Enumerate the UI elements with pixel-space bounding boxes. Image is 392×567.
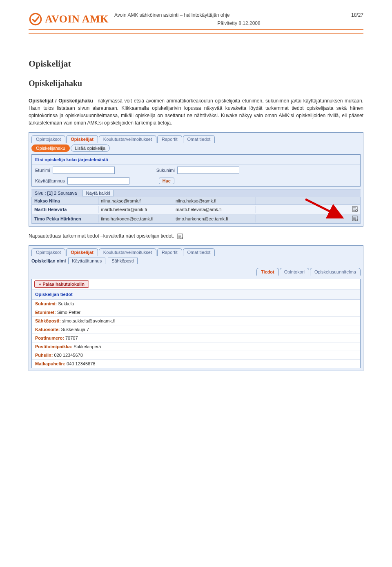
field-matkapuhelin: Matkapuhelin: 040 12345678 [32, 360, 360, 368]
document-header: AVOIN AMK Avoin AMK sähköinen asiointi –… [29, 12, 363, 30]
field-sahkoposti: Sähköposti: simo.sukkela@avoinamk.fi [32, 317, 360, 325]
body-paragraph-1: Opiskelijat / Opiskeiljahaku –näkymässä … [29, 97, 363, 127]
detail-title: Opiskelijan tiedot [32, 289, 360, 300]
screenshot-search: Opintojaksot Opiskelijat Koulutustarveil… [29, 132, 363, 227]
pager-show-all[interactable]: Näytä kaikki [82, 190, 114, 196]
detail-panel: « Palaa hakutuloksiin Opiskelijan tiedot… [31, 279, 361, 368]
field-postitoimipaikka: Postitoimipaikka: Sukkelanperä [32, 342, 360, 351]
tab-koulutustarve[interactable]: Koulutustarveilmoitukset [99, 248, 156, 256]
field-etunimet: Etunimet: Simo Petteri [32, 308, 360, 316]
result-email-1: timo.harkonen@ee.tamk.fi [98, 215, 173, 222]
svg-point-0 [30, 13, 41, 24]
search-box: Etsi opiskelija koko järjestelmästä Etun… [31, 154, 361, 187]
toolbar-kayttajatunnus[interactable]: Käyttäjätunnus [68, 258, 105, 264]
toolbar-label: Opiskelijan nimi [31, 258, 66, 263]
pager: Sivu : [1] 2 Seuraava Näytä kaikki [31, 189, 361, 197]
logo: AVOIN AMK [29, 12, 109, 26]
hae-button[interactable]: Hae [159, 178, 174, 184]
tab-opiskelijat[interactable]: Opiskelijat [66, 248, 98, 256]
back-button[interactable]: « Palaa hakutuloksiin [34, 280, 89, 288]
result-name: Timo Pekka Härkönen [32, 215, 98, 222]
label-etunimi: Etunimi [35, 168, 50, 173]
logo-icon [29, 12, 42, 26]
result-email-1: niina.hakso@ramk.fi [98, 197, 173, 205]
result-name: Hakso Niina [32, 197, 98, 205]
result-email-2: niina.hakso@ramk.fi [173, 197, 256, 205]
page-number: 18/27 [351, 12, 363, 18]
para-bold-lead: Opiskelijat / Opiskeiljahaku [29, 98, 93, 104]
pager-next[interactable]: Seuraava [58, 191, 77, 196]
sub-tabs: Opiskelijahaku Lisää opiskelija [29, 143, 363, 154]
tab-omat-tiedot[interactable]: Omat tiedot [183, 248, 215, 256]
detail-toolbar: Opiskelijan nimi Käyttäjätunnus Sähköpos… [29, 256, 363, 266]
label-kayttajatunnus: Käyttäjätunnus [35, 178, 65, 183]
subtab-opiskelijahaku[interactable]: Opiskelijahaku [31, 145, 70, 152]
pager-page-2[interactable]: 2 [54, 191, 56, 196]
red-arrow-annotation [303, 197, 352, 226]
doc-date: Päivitetty 8.12.2008 [114, 20, 363, 26]
detail-tabs: Tiedot Opintokori Opiskelusuunnitelma [29, 266, 363, 277]
result-email-2: martti.helevirta@amk.fi [173, 206, 256, 213]
doc-title: Avoin AMK sähköinen asiointi – hallintok… [114, 12, 230, 18]
tab-tiedot[interactable]: Tiedot [256, 268, 279, 276]
svg-line-1 [305, 199, 342, 218]
field-postinumero: Postinumero: 70707 [32, 334, 360, 342]
result-email-2: timo.harkonen@ee.tamk.fi [173, 215, 256, 222]
field-puhelin: Puhelin: 020 12345678 [32, 351, 360, 359]
main-tabs: Opintojaksot Opiskelijat Koulutustarveil… [29, 133, 363, 143]
body-paragraph-2: Napsautettuasi tarkemmat tiedot –kuvaket… [29, 232, 363, 240]
label-sukunimi: Sukunimi [156, 168, 175, 173]
details-icon-inline [177, 233, 183, 239]
tab-koulutustarve[interactable]: Koulutustarveilmoitukset [99, 135, 156, 143]
input-sukunimi[interactable] [177, 167, 239, 174]
tab-opintojaksot[interactable]: Opintojaksot [31, 248, 65, 256]
toolbar-sahkoposti[interactable]: Sähköposti [108, 258, 137, 264]
pager-current: [1] [47, 191, 53, 196]
header-divider [29, 33, 363, 34]
screenshot-detail: Opintojaksot Opiskelijat Koulutustarveil… [29, 245, 363, 371]
tab-opintojaksot[interactable]: Opintojaksot [31, 135, 65, 143]
input-kayttajatunnus[interactable] [67, 177, 129, 185]
pager-prefix: Sivu : [35, 191, 46, 196]
subtab-lisaa-opiskelija[interactable]: Lisää opiskelija [71, 145, 110, 152]
result-name: Martti Helevirta [32, 206, 98, 213]
tab-opintokori[interactable]: Opintokori [280, 268, 309, 276]
input-etunimi[interactable] [53, 167, 115, 174]
logo-text: AVOIN AMK [45, 13, 109, 25]
main-tabs-2: Opintojaksot Opiskelijat Koulutustarveil… [29, 246, 363, 256]
field-sukunimi: Sukunimi: Sukkela [32, 300, 360, 308]
search-title: Etsi opiskelija koko järjestelmästä [32, 155, 360, 165]
result-email-1: martti.helevirta@amk.fi [98, 206, 173, 213]
tab-opiskelijat[interactable]: Opiskelijat [66, 135, 98, 143]
subsection-title: Opiskelijahaku [29, 79, 363, 88]
results-table: Hakso Niina niina.hakso@ramk.fi niina.ha… [31, 197, 361, 224]
tab-raportit[interactable]: Raportit [157, 248, 182, 256]
tab-opiskelusuunnitelma[interactable]: Opiskelusuunnitelma [310, 268, 361, 276]
section-title: Opiskelijat [29, 58, 363, 69]
para-2-text: Napsautettuasi tarkemmat tiedot –kuvaket… [29, 233, 174, 239]
field-katuosoite: Katuosoite: Sukkelakuja 7 [32, 325, 360, 334]
tab-raportit[interactable]: Raportit [157, 135, 182, 143]
tab-omat-tiedot[interactable]: Omat tiedot [183, 135, 215, 143]
